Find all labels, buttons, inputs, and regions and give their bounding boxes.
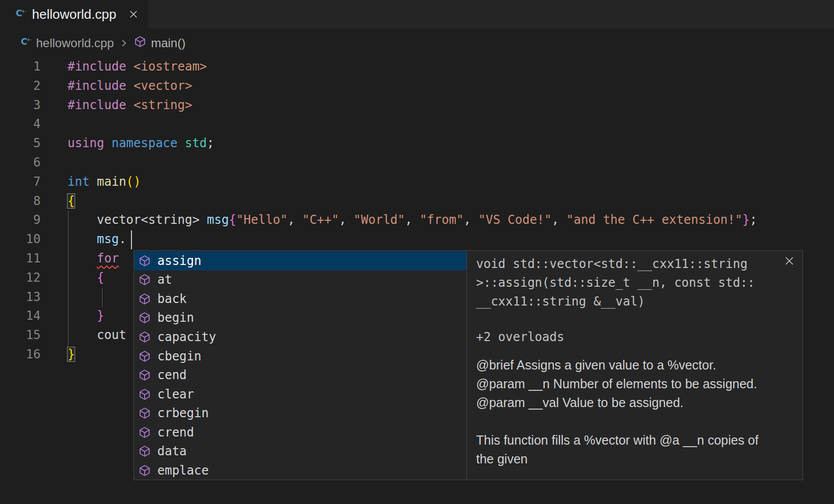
code-line[interactable]: 7int main() bbox=[0, 173, 834, 192]
method-icon bbox=[139, 350, 151, 362]
suggest-item[interactable]: back bbox=[134, 289, 466, 309]
suggest-item[interactable]: capacity bbox=[134, 327, 466, 347]
doc-description-line bbox=[476, 412, 793, 431]
doc-overloads[interactable]: +2 overloads bbox=[476, 328, 793, 347]
method-icon bbox=[139, 445, 151, 457]
indent-guide bbox=[102, 288, 103, 307]
method-icon bbox=[139, 369, 151, 381]
suggest-item-label: capacity bbox=[157, 330, 216, 344]
doc-description-line: @brief Assigns a given value to a %vecto… bbox=[476, 356, 793, 375]
suggest-item[interactable]: clear bbox=[134, 385, 466, 404]
suggest-item[interactable]: data bbox=[134, 442, 466, 461]
line-number: 14 bbox=[0, 307, 41, 326]
code-text[interactable]: int main() bbox=[41, 173, 141, 192]
doc-description-line: the given bbox=[476, 450, 793, 468]
suggest-item-label: cbegin bbox=[157, 349, 202, 363]
doc-description-line: @param __n Number of elements to be assi… bbox=[476, 375, 793, 393]
svg-text:++: ++ bbox=[21, 8, 26, 14]
method-icon bbox=[139, 388, 151, 400]
line-number: 2 bbox=[0, 77, 41, 96]
code-text[interactable]: { bbox=[41, 268, 104, 288]
code-text[interactable]: } bbox=[41, 307, 104, 326]
line-number: 12 bbox=[0, 268, 41, 288]
suggest-item-label: crend bbox=[157, 425, 194, 440]
doc-signature-line: >::assign(std::size_t __n, const std:: bbox=[476, 274, 793, 292]
code-line[interactable]: 3#include <string> bbox=[0, 96, 834, 115]
code-line[interactable]: 10 msg. bbox=[0, 230, 834, 249]
code-line[interactable]: 8{ bbox=[0, 192, 834, 211]
breadcrumb-file[interactable]: helloworld.cpp bbox=[36, 36, 114, 50]
doc-signature-line: __cxx11::string &__val) bbox=[476, 292, 793, 311]
vscode-window: C ++ helloworld.cpp C ++ helloworld.cpp bbox=[0, 0, 834, 504]
line-number: 15 bbox=[0, 326, 41, 345]
code-line[interactable]: 2#include <vector> bbox=[0, 77, 834, 96]
method-icon bbox=[139, 426, 151, 439]
method-icon bbox=[139, 464, 151, 477]
line-number: 1 bbox=[0, 57, 41, 77]
code-line[interactable]: 5using namespace std; bbox=[0, 134, 834, 153]
suggest-item-label: data bbox=[157, 444, 187, 458]
code-text[interactable] bbox=[41, 153, 68, 173]
suggest-item[interactable]: at bbox=[134, 271, 466, 290]
line-number: 16 bbox=[0, 345, 41, 364]
code-text[interactable]: cout bbox=[41, 326, 126, 345]
code-text[interactable]: #include <vector> bbox=[41, 77, 192, 96]
suggest-item-label: assign bbox=[157, 254, 202, 268]
cpp-file-icon: C ++ bbox=[20, 36, 31, 50]
code-text[interactable]: } bbox=[41, 345, 75, 364]
code-text[interactable]: vector<string> msg{"Hello", "C++", "Worl… bbox=[41, 211, 757, 230]
suggest-item[interactable]: cbegin bbox=[134, 347, 466, 366]
line-number: 5 bbox=[0, 134, 41, 153]
suggest-item-label: at bbox=[157, 273, 172, 287]
method-icon bbox=[139, 407, 151, 419]
line-number: 7 bbox=[0, 173, 41, 192]
code-line[interactable]: 1#include <iostream> bbox=[0, 57, 834, 77]
line-number: 9 bbox=[0, 211, 41, 230]
breadcrumb-symbol[interactable]: main() bbox=[151, 36, 185, 50]
cpp-file-icon: C ++ bbox=[15, 8, 26, 21]
suggest-list: assignatbackbegincapacitycbegincendclear… bbox=[134, 251, 466, 480]
line-number: 11 bbox=[0, 249, 41, 268]
code-line[interactable]: 4 bbox=[0, 115, 834, 134]
suggest-item-label: clear bbox=[157, 387, 194, 401]
suggest-item[interactable]: cend bbox=[134, 365, 466, 385]
svg-text:++: ++ bbox=[26, 37, 31, 42]
method-icon bbox=[139, 293, 151, 305]
code-text[interactable]: using namespace std; bbox=[41, 134, 214, 153]
code-text[interactable] bbox=[41, 115, 68, 134]
text-cursor bbox=[131, 230, 132, 249]
close-icon[interactable] bbox=[784, 256, 794, 266]
method-icon bbox=[139, 274, 151, 286]
suggest-item[interactable]: crbegin bbox=[134, 404, 466, 423]
suggest-item[interactable]: emplace bbox=[134, 461, 466, 480]
line-number: 4 bbox=[0, 115, 41, 134]
code-line[interactable]: 9 vector<string> msg{"Hello", "C++", "Wo… bbox=[0, 211, 834, 230]
code-text[interactable] bbox=[41, 288, 68, 307]
code-text[interactable]: #include <string> bbox=[41, 96, 192, 115]
suggest-item[interactable]: assign bbox=[134, 251, 466, 271]
code-text[interactable]: { bbox=[41, 192, 75, 211]
suggest-docs-panel: void std::vector<std::__cxx11::string>::… bbox=[466, 251, 803, 480]
doc-description-line: @param __val Value to be assigned. bbox=[476, 393, 793, 412]
indent-guide bbox=[68, 211, 69, 346]
line-number: 3 bbox=[0, 96, 41, 115]
tab-title: helloworld.cpp bbox=[32, 7, 116, 22]
tab-close-icon[interactable] bbox=[129, 10, 138, 19]
line-number: 10 bbox=[0, 230, 41, 249]
suggest-item[interactable]: crend bbox=[134, 423, 466, 442]
method-icon bbox=[139, 312, 151, 324]
code-line[interactable]: 6 bbox=[0, 153, 834, 173]
doc-description: @brief Assigns a given value to a %vecto… bbox=[476, 356, 793, 468]
tab-helloworld-cpp[interactable]: C ++ helloworld.cpp bbox=[0, 0, 148, 28]
suggest-item[interactable]: begin bbox=[134, 309, 466, 328]
method-icon bbox=[139, 255, 151, 267]
suggest-item-label: begin bbox=[157, 311, 194, 325]
suggest-item-label: crbegin bbox=[157, 406, 209, 420]
method-icon bbox=[139, 331, 151, 343]
code-text[interactable]: for bbox=[41, 249, 119, 268]
suggest-item-label: cend bbox=[157, 368, 187, 382]
code-text[interactable]: msg. bbox=[41, 230, 126, 249]
code-text[interactable]: #include <iostream> bbox=[41, 57, 207, 77]
line-number: 13 bbox=[0, 288, 41, 307]
chevron-right-icon bbox=[119, 39, 128, 48]
